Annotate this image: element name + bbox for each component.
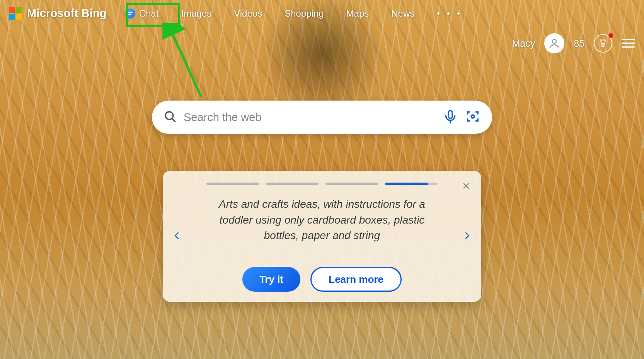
pager-1[interactable] bbox=[206, 183, 259, 185]
nav-chat[interactable]: Chat bbox=[125, 8, 159, 19]
person-icon bbox=[549, 38, 560, 49]
voice-search-button[interactable] bbox=[443, 109, 458, 126]
chevron-left-icon bbox=[173, 229, 181, 243]
svg-rect-3 bbox=[448, 111, 452, 118]
avatar[interactable] bbox=[544, 33, 564, 53]
pager-2[interactable] bbox=[266, 183, 319, 185]
trophy-icon bbox=[598, 38, 608, 48]
nav-shopping[interactable]: Shopping bbox=[285, 8, 324, 19]
image-search-button[interactable] bbox=[465, 109, 480, 126]
search-input[interactable] bbox=[184, 111, 436, 124]
card-close-button[interactable]: ✕ bbox=[462, 180, 470, 192]
card-cta-row: Try it Learn more bbox=[242, 267, 402, 292]
microsoft-logo-icon bbox=[9, 7, 22, 20]
annotation-arrow-icon bbox=[162, 23, 209, 101]
nav-links: Chat Images Videos Shopping Maps News • … bbox=[125, 8, 462, 19]
nav-videos[interactable]: Videos bbox=[234, 8, 262, 19]
brand-text: Microsoft Bing bbox=[27, 7, 107, 20]
svg-point-0 bbox=[552, 39, 556, 43]
chevron-right-icon bbox=[463, 229, 471, 243]
top-navigation: Microsoft Bing Chat Images Videos Shoppi… bbox=[9, 7, 635, 20]
chat-bubble-icon bbox=[125, 9, 135, 19]
search-icon bbox=[164, 110, 177, 125]
suggestion-card: ✕ Arts and crafts ideas, with instructio… bbox=[163, 171, 481, 302]
brand[interactable]: Microsoft Bing bbox=[9, 7, 107, 20]
rewards-button[interactable] bbox=[594, 34, 612, 53]
nav-more[interactable]: • • • bbox=[437, 9, 462, 19]
suggestion-prompt: Arts and crafts ideas, with instructions… bbox=[214, 197, 430, 244]
card-prev-button[interactable] bbox=[173, 229, 181, 244]
svg-line-2 bbox=[172, 119, 175, 121]
learn-more-button[interactable]: Learn more bbox=[310, 267, 402, 292]
search-bar bbox=[152, 101, 492, 134]
microphone-icon bbox=[443, 109, 458, 124]
notification-dot-icon bbox=[608, 33, 613, 38]
card-pagers bbox=[206, 183, 438, 185]
nav-maps[interactable]: Maps bbox=[346, 8, 369, 19]
pager-3[interactable] bbox=[325, 183, 378, 185]
card-next-button[interactable] bbox=[463, 229, 471, 244]
nav-chat-label: Chat bbox=[139, 8, 159, 19]
nav-images[interactable]: Images bbox=[181, 8, 212, 19]
user-row: Macy 85 bbox=[512, 33, 635, 53]
try-it-button[interactable]: Try it bbox=[242, 267, 300, 292]
pager-4[interactable] bbox=[385, 183, 438, 185]
camera-lens-icon bbox=[465, 109, 480, 124]
svg-line-6 bbox=[170, 29, 201, 97]
hamburger-menu[interactable] bbox=[622, 39, 635, 48]
rewards-points[interactable]: 85 bbox=[574, 38, 584, 49]
svg-point-5 bbox=[471, 115, 474, 118]
user-name[interactable]: Macy bbox=[512, 38, 535, 49]
nav-news[interactable]: News bbox=[391, 8, 414, 19]
